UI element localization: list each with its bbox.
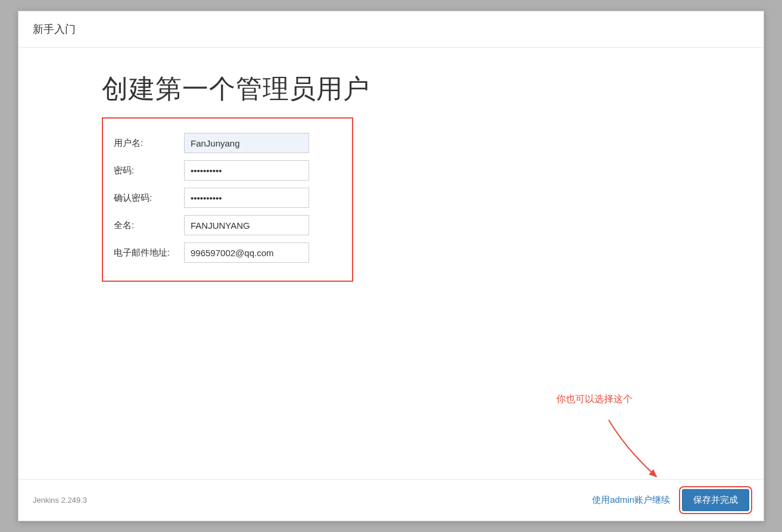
continue-as-admin-button[interactable]: 使用admin账户继续: [592, 494, 670, 506]
modal-header-title: 新手入门: [33, 22, 749, 36]
modal-header: 新手入门: [18, 11, 764, 48]
admin-user-form: 用户名: 密码: 确认密码: 全名: 电子邮件地址:: [102, 117, 353, 282]
save-and-finish-button[interactable]: 保存并完成: [682, 489, 749, 511]
setup-wizard-modal: 新手入门 创建第一个管理员用户 用户名: 密码: 确认密码: 全名: 电子邮件: [18, 11, 764, 521]
fullname-label: 全名:: [114, 220, 184, 231]
form-row-fullname: 全名:: [114, 215, 341, 235]
annotation-text: 你也可以选择这个: [556, 393, 633, 406]
confirm-password-input[interactable]: [184, 188, 309, 208]
email-input[interactable]: [184, 242, 309, 263]
username-label: 用户名:: [114, 138, 184, 149]
confirm-password-label: 确认密码:: [114, 192, 184, 204]
version-label: Jenkins 2.249.3: [33, 496, 87, 505]
email-label: 电子邮件地址:: [114, 247, 184, 259]
annotation-arrow-icon: [603, 414, 674, 479]
footer-actions: 使用admin账户继续 保存并完成: [592, 489, 749, 511]
page-title: 创建第一个管理员用户: [102, 71, 680, 107]
modal-footer: Jenkins 2.249.3 使用admin账户继续 保存并完成: [18, 479, 764, 521]
form-row-email: 电子邮件地址:: [114, 242, 341, 263]
form-row-confirm-password: 确认密码:: [114, 188, 341, 208]
modal-body: 创建第一个管理员用户 用户名: 密码: 确认密码: 全名: 电子邮件地址:: [18, 48, 764, 479]
password-input[interactable]: [184, 160, 309, 181]
username-input[interactable]: [184, 133, 309, 153]
form-row-password: 密码:: [114, 160, 341, 181]
form-row-username: 用户名:: [114, 133, 341, 153]
fullname-input[interactable]: [184, 215, 309, 235]
password-label: 密码:: [114, 165, 184, 176]
